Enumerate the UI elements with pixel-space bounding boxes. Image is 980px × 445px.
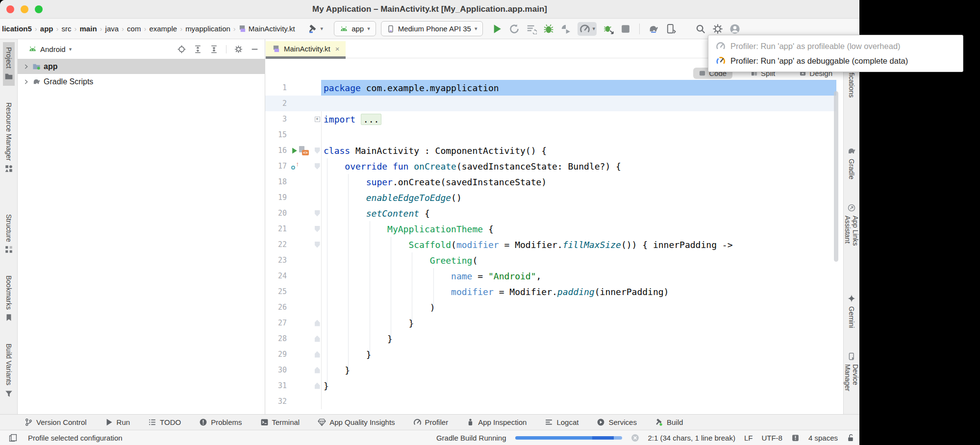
- code-line-26[interactable]: 26 ): [265, 299, 836, 315]
- tool-window-tab-structure[interactable]: Structure: [3, 209, 15, 259]
- search-everywhere-button[interactable]: [695, 24, 706, 34]
- code-line-28[interactable]: 28 }: [265, 331, 836, 346]
- notification-alert-icon[interactable]: [791, 434, 800, 442]
- tool-button-problems[interactable]: Problems: [199, 418, 242, 426]
- encoding-widget[interactable]: UTF-8: [761, 434, 782, 442]
- breadcrumb-item-main[interactable]: main: [79, 25, 98, 33]
- run-configuration-select[interactable]: app ▾: [334, 21, 376, 36]
- fold-marker[interactable]: [315, 383, 320, 389]
- hide-panel-icon[interactable]: [251, 45, 259, 53]
- tool-button-services[interactable]: Services: [597, 418, 637, 426]
- build-project-button[interactable]: ▾: [308, 24, 324, 34]
- caret-position-widget[interactable]: 2:1 (34 chars, 1 line break): [648, 434, 735, 442]
- tool-button-app-inspection[interactable]: App Inspection: [466, 418, 527, 426]
- code-line-1[interactable]: 1package com.example.myapplication: [265, 80, 836, 96]
- breadcrumb-item-myapplication[interactable]: myapplication: [184, 25, 231, 33]
- tool-button-profiler[interactable]: Profiler: [413, 418, 449, 426]
- tree-item-gradle-scripts[interactable]: Gradle Scripts: [18, 74, 265, 89]
- fold-marker[interactable]: +: [315, 117, 320, 122]
- code-line-21[interactable]: 21 MyApplicationTheme {: [265, 221, 836, 237]
- breadcrumb-item-com[interactable]: com: [126, 25, 142, 33]
- account-button[interactable]: [729, 24, 740, 34]
- apply-changes-button[interactable]: [526, 24, 537, 34]
- tool-window-tab-project[interactable]: Project: [3, 42, 15, 86]
- collapse-all-icon[interactable]: [210, 45, 218, 53]
- expand-all-icon[interactable]: [194, 45, 202, 53]
- breadcrumb-item-app[interactable]: app: [39, 25, 54, 33]
- tool-window-tab-build-variants[interactable]: Build Variants: [3, 339, 15, 402]
- rerun-activity-button[interactable]: [509, 24, 520, 34]
- minimize-button[interactable]: [21, 5, 28, 13]
- run-line-icon[interactable]: [291, 147, 298, 154]
- code-area[interactable]: 1package com.example.myapplication23+imp…: [265, 80, 836, 409]
- tool-window-tab-bookmarks[interactable]: Bookmarks: [3, 271, 15, 327]
- tool-button-version-control[interactable]: Version Control: [25, 418, 87, 426]
- run-button[interactable]: [492, 24, 503, 34]
- profile-debuggable-button[interactable]: [603, 24, 614, 34]
- breadcrumb-item-java[interactable]: java: [104, 25, 120, 33]
- locate-file-icon[interactable]: [177, 45, 186, 53]
- code-line-20[interactable]: 20 setContent {: [265, 205, 836, 221]
- menu-item-profiler-run-app-as-debuggable-complete-[interactable]: Profiler: Run 'app' as debuggable (compl…: [708, 53, 963, 68]
- fold-marker[interactable]: [315, 367, 320, 373]
- editor-tab-mainactivity[interactable]: MainActivity.kt ×: [266, 41, 346, 56]
- code-line-16[interactable]: 16<>class MainActivity : ComponentActivi…: [265, 143, 836, 158]
- editor-scrollbar[interactable]: [834, 91, 838, 262]
- cancel-build-icon[interactable]: [631, 434, 639, 442]
- device-select[interactable]: Medium Phone API 35 ▾: [381, 21, 483, 36]
- tool-button-run[interactable]: Run: [105, 418, 130, 426]
- device-sync-button[interactable]: [665, 24, 676, 34]
- override-method-icon[interactable]: ↑: [291, 162, 299, 171]
- code-line-18[interactable]: 18 super.onCreate(savedInstanceState): [265, 174, 836, 190]
- code-line-25[interactable]: 25 modifier = Modifier.padding(innerPadd…: [265, 284, 836, 299]
- tool-window-tab-device-manager[interactable]: Device Manager: [843, 347, 859, 414]
- profiler-button[interactable]: ▾: [578, 22, 597, 36]
- tool-window-tab-gemini[interactable]: Gemini: [846, 289, 857, 333]
- tool-button-todo[interactable]: TODO: [148, 418, 181, 426]
- chevron-down-icon[interactable]: ▾: [321, 25, 324, 32]
- tool-button-terminal[interactable]: Terminal: [260, 418, 300, 426]
- tool-window-tab-gradle[interactable]: Gradle: [846, 142, 857, 184]
- fold-marker[interactable]: [315, 336, 320, 342]
- menu-item-profiler-run-app-as-profileable-low-over[interactable]: Profiler: Run 'app' as profileable (low …: [708, 39, 963, 53]
- panel-options-gear-icon[interactable]: [234, 45, 243, 53]
- fold-marker[interactable]: [315, 148, 320, 154]
- code-line-15[interactable]: 15: [265, 127, 836, 143]
- code-line-32[interactable]: 32: [265, 394, 836, 409]
- code-line-27[interactable]: 27 }: [265, 315, 836, 331]
- tool-button-logcat[interactable]: Logcat: [545, 418, 578, 426]
- settings-button[interactable]: [712, 24, 723, 34]
- fold-marker[interactable]: [315, 226, 320, 232]
- code-line-22[interactable]: 22 Scaffold(modifier = Modifier.fillMaxS…: [265, 237, 836, 252]
- breadcrumb-item-src[interactable]: src: [61, 25, 73, 33]
- code-line-24[interactable]: 24 name = "Android",: [265, 268, 836, 284]
- stop-button[interactable]: [620, 24, 631, 34]
- code-line-31[interactable]: 31}: [265, 378, 836, 394]
- code-line-17[interactable]: 17↑ override fun onCreate(savedInstanceS…: [265, 158, 836, 174]
- fold-marker[interactable]: [315, 320, 320, 326]
- code-line-2[interactable]: 2: [265, 96, 836, 111]
- gradle-sync-button[interactable]: [648, 24, 659, 34]
- tool-window-tab-app-links-assistant[interactable]: App Links Assistant: [843, 199, 859, 274]
- code-line-30[interactable]: 30 }: [265, 362, 836, 378]
- code-line-3[interactable]: 3+import ...: [265, 111, 836, 127]
- fold-marker[interactable]: [315, 210, 320, 217]
- breadcrumb-item-lication5[interactable]: lication5: [1, 25, 33, 33]
- line-ending-widget[interactable]: LF: [744, 434, 753, 442]
- chevron-down-icon[interactable]: ▾: [592, 25, 595, 32]
- project-view-select[interactable]: Android: [40, 45, 66, 53]
- fold-marker[interactable]: [315, 351, 320, 358]
- code-line-19[interactable]: 19 enableEdgeToEdge(): [265, 190, 836, 205]
- unlocked-icon[interactable]: [847, 434, 855, 442]
- tool-button-app-quality-insights[interactable]: App Quality Insights: [318, 418, 395, 426]
- close-button[interactable]: [6, 5, 14, 13]
- close-icon[interactable]: ×: [335, 45, 340, 53]
- fold-marker[interactable]: [315, 163, 320, 170]
- chevron-down-icon[interactable]: ▾: [69, 46, 72, 52]
- fold-marker[interactable]: [315, 242, 320, 248]
- breadcrumb-item-example[interactable]: example: [148, 25, 178, 33]
- code-line-23[interactable]: 23 Greeting(: [265, 252, 836, 268]
- tool-button-build[interactable]: Build: [655, 418, 683, 426]
- indent-widget[interactable]: 4 spaces: [808, 434, 838, 442]
- zoom-button[interactable]: [35, 5, 43, 13]
